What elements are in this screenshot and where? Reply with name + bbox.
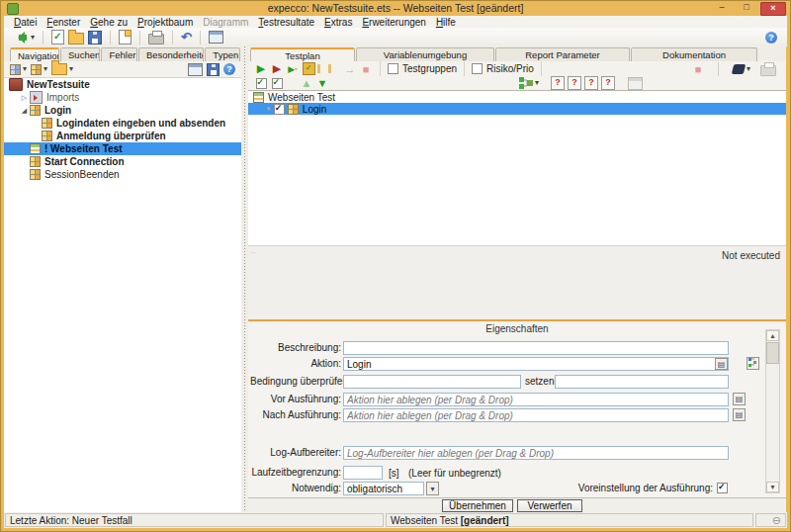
log-aufbereiter-input[interactable] — [343, 446, 729, 460]
tree-item-login[interactable]: ◢Login — [4, 104, 241, 117]
menu-item-projektbaum[interactable]: Projektbaum — [132, 17, 198, 28]
minimize-button[interactable]: – — [711, 2, 733, 14]
tree-item-sessionbeenden[interactable]: SessionBeenden — [4, 168, 241, 181]
chevron-down-icon[interactable]: ▾ — [535, 79, 539, 87]
aktion-editor-button[interactable]: ▤ — [715, 358, 728, 370]
discard-button[interactable]: Verwerfen — [517, 499, 582, 512]
new-folder-button[interactable]: ▾ — [49, 62, 75, 76]
risiko-checkbox[interactable] — [472, 63, 483, 74]
scroll-up-arrow[interactable]: ▲ — [766, 330, 779, 341]
bedingung-input[interactable] — [343, 375, 521, 389]
step-button[interactable]: ✓ — [301, 62, 316, 75]
new-testcase-button[interactable]: ▾ — [29, 63, 49, 76]
run-debug-button[interactable]: ▶ — [269, 62, 285, 75]
tab-typen[interactable]: Typen — [205, 47, 240, 61]
print-button[interactable] — [146, 29, 166, 45]
item-enabled-checkbox[interactable]: ✓ — [274, 104, 285, 115]
print-report-button[interactable] — [758, 60, 778, 77]
run-selected-button[interactable]: ▶▪ — [285, 62, 301, 75]
enable-all-button[interactable]: ✓ — [253, 77, 269, 90]
tree-item-webseiten-test[interactable]: ! Webseiten Test — [4, 142, 241, 155]
vor-list-button[interactable]: ▤ — [733, 393, 746, 405]
menu-item-erweiterungen[interactable]: Erweiterungen — [357, 17, 430, 28]
move-down-button[interactable]: ▼ — [314, 77, 330, 90]
tree-item-newtestsuite[interactable]: NewTestsuite — [4, 78, 241, 91]
chevron-down-icon[interactable]: ▾ — [23, 65, 27, 73]
menu-item-testresultate[interactable]: Testresultate — [253, 17, 319, 28]
aktion-browse-button[interactable] — [747, 357, 759, 370]
new-document-button[interactable] — [117, 29, 133, 45]
find-readers-button[interactable]: ? — [584, 76, 598, 90]
testplan-item-row[interactable]: ● ✓ Login — [248, 103, 786, 115]
tree-item-start-connection[interactable]: Start Connection — [4, 155, 241, 168]
aktion-input[interactable] — [343, 357, 729, 371]
disable-all-button[interactable]: ✓ — [269, 77, 285, 90]
stop-all-button[interactable]: ■ — [690, 62, 706, 75]
risiko-toggle[interactable]: Risiko/Prio — [465, 61, 542, 76]
tree-item-imports[interactable]: ▷Imports — [4, 91, 241, 104]
flow-view-button[interactable]: ▾ — [517, 76, 541, 90]
menu-item-datei[interactable]: Datei — [9, 17, 42, 28]
nach-list-button[interactable]: ▤ — [733, 408, 746, 421]
nach-ausfuehrung-input[interactable] — [343, 408, 729, 422]
menu-item-fenster[interactable]: Fenster — [42, 17, 85, 28]
properties-scrollbar[interactable]: ▲ ▼ — [765, 329, 780, 493]
new-item-button[interactable]: ▾ — [8, 63, 29, 76]
accept-document-button[interactable]: ✓ — [49, 29, 66, 45]
run-button[interactable]: ▶ — [253, 62, 269, 75]
help-button[interactable]: ? — [763, 31, 779, 44]
titlebar[interactable]: expecco: NewTestsuite.ets -- Webseiten T… — [1, 1, 790, 16]
undo-button[interactable]: ↶ — [179, 31, 194, 44]
stop-button[interactable]: ■ — [358, 62, 374, 75]
resume-button[interactable]: → — [342, 62, 358, 75]
resize-grip[interactable]: ⊖ — [755, 513, 786, 527]
tree-help-button[interactable]: ? — [221, 62, 237, 76]
tree-item-anmeldung-berpr-fen[interactable]: Anmeldung überprüfen — [4, 130, 241, 142]
testgruppen-checkbox[interactable] — [388, 63, 398, 74]
testplan-root-row[interactable]: Webseiten Test — [248, 91, 786, 103]
chevron-down-icon[interactable]: ▾ — [69, 65, 73, 73]
notwendig-select[interactable]: obligatorisch — [343, 482, 424, 495]
pause-button[interactable] — [316, 62, 332, 75]
tab-testplan[interactable]: Testplan — [250, 47, 355, 62]
open-button[interactable] — [66, 29, 86, 45]
tab-fehler[interactable]: Fehler — [101, 47, 136, 61]
vor-ausfuehrung-input[interactable] — [343, 393, 729, 406]
report-layers-button[interactable]: ▾ — [731, 63, 752, 75]
tab-dokumentation[interactable]: Dokumentation — [631, 47, 757, 61]
laufzeitbegrenzung-input[interactable] — [343, 466, 383, 480]
chevron-down-icon[interactable]: ▾ — [747, 65, 750, 73]
save-tree-button[interactable] — [205, 62, 221, 77]
voreinstellung-checkbox[interactable]: ✓ — [717, 483, 728, 493]
panel-splitter[interactable] — [241, 46, 248, 512]
detach-view-button[interactable] — [186, 62, 205, 77]
apply-button[interactable]: Übernehmen — [442, 499, 513, 512]
maximize-button[interactable]: □ — [736, 2, 757, 14]
refresh-window-button[interactable] — [207, 30, 225, 44]
notwendig-dropdown-button[interactable]: ▾ — [426, 482, 439, 495]
chevron-down-icon[interactable]: ▾ — [44, 65, 47, 73]
menu-item-extras[interactable]: Extras — [319, 17, 357, 28]
menu-item-gehe-zu[interactable]: Gehe zu — [85, 17, 132, 28]
close-button[interactable]: × — [760, 2, 786, 16]
expander-expanded-icon[interactable]: ◢ — [20, 107, 29, 115]
menu-item-hilfe[interactable]: Hilfe — [431, 17, 461, 28]
find-refs-button[interactable]: ? — [601, 76, 615, 90]
scrollbar-thumb[interactable] — [766, 342, 779, 364]
find-usage-button[interactable]: ? — [551, 76, 565, 90]
testgruppen-toggle[interactable]: Testgruppen — [380, 61, 465, 76]
expander-collapsed-icon[interactable]: ▷ — [20, 94, 29, 102]
setzen-input[interactable] — [555, 375, 729, 389]
back-button[interactable]: ▾ — [10, 31, 37, 44]
move-up-button[interactable]: ▲ — [299, 77, 314, 90]
tab-report-parameter[interactable]: Report Parameter — [495, 47, 630, 61]
tree-item-logindaten-eingeben-und-absenden[interactable]: Logindaten eingeben und absenden — [4, 117, 241, 130]
tab-besonderheiten[interactable]: Besonderheiten — [138, 47, 204, 61]
find-writers-button[interactable]: ? — [568, 76, 581, 90]
save-button[interactable] — [86, 30, 104, 45]
chevron-down-icon[interactable]: ▾ — [31, 34, 35, 42]
tab-suchen[interactable]: Suchen — [60, 47, 100, 61]
tab-variablenumgebung[interactable]: Variablenumgebung — [356, 47, 494, 61]
open-in-window-button[interactable] — [626, 76, 645, 91]
beschreibung-input[interactable] — [343, 341, 729, 355]
